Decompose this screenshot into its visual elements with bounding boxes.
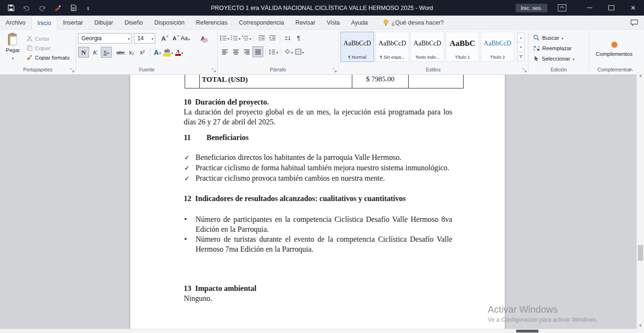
document-button[interactable]	[69, 4, 78, 12]
document-table-row[interactable]: TOTAL (USD) $ 7985.00	[185, 75, 464, 88]
align-right-button[interactable]	[242, 47, 251, 57]
text-effects-button[interactable]: A	[152, 47, 162, 57]
format-painter-button[interactable]: Copiar formato	[27, 53, 70, 61]
maximize-button[interactable]	[600, 0, 622, 16]
table-cell[interactable]	[409, 75, 463, 88]
draw-pen-button[interactable]	[54, 4, 62, 12]
heading-10[interactable]: 10 Duración del proyecto.	[184, 97, 452, 107]
tab-insertar[interactable]: Insertar	[57, 16, 89, 29]
horizontal-scrollbar[interactable]	[0, 329, 637, 333]
paragraph-ninguno[interactable]: Ninguno.	[184, 293, 452, 303]
scroll-down-button[interactable]	[637, 322, 644, 329]
clear-formatting-button[interactable]: A	[198, 34, 208, 44]
customize-qat-button[interactable]	[85, 4, 91, 12]
borders-button[interactable]	[295, 47, 304, 57]
align-center-button[interactable]	[231, 47, 241, 57]
subscript-button[interactable]: x₂	[126, 47, 136, 57]
list-item[interactable]: Practicar ciclismo provoca también cambi…	[184, 173, 452, 184]
heading-11[interactable]: 11 Beneficiarios	[184, 132, 452, 142]
sort-button[interactable]	[283, 33, 293, 43]
select-button[interactable]: Seleccionar	[533, 54, 574, 62]
style-normal[interactable]: AaBbCcD ¶ Normal	[340, 32, 374, 62]
chevron-down-icon	[227, 35, 229, 42]
collapse-ribbon-button[interactable]	[628, 68, 634, 72]
styles-more-button[interactable]	[517, 52, 525, 61]
list-item[interactable]: Practicar ciclismo de forma habitual tam…	[184, 163, 452, 173]
paragraph-duracion[interactable]: La duración del proyecto global es de un…	[184, 107, 452, 127]
tab-vista[interactable]: Vista	[321, 16, 346, 29]
ribbon-display-options-button[interactable]	[558, 4, 566, 11]
table-cell-total-amount[interactable]: $ 7985.00	[352, 75, 409, 88]
redo-button[interactable]	[38, 4, 46, 12]
font-color-button[interactable]: A	[174, 47, 184, 57]
table-cell-total-label[interactable]: TOTAL (USD)	[200, 75, 352, 88]
list-item[interactable]: Beneficiarios directos los habitantes de…	[184, 152, 452, 163]
decrease-indent-button[interactable]	[257, 33, 267, 43]
heading-12[interactable]: 12 Indicadores de resultados alcanzados:…	[184, 193, 452, 203]
font-name-select[interactable]: Georgia	[78, 33, 132, 44]
dialog-launcher-icon[interactable]	[211, 68, 216, 73]
tab-disposicion[interactable]: Disposición	[149, 16, 190, 29]
document-page[interactable]: TOTAL (USD) $ 7985.00 10 Duración del pr…	[130, 75, 505, 329]
dialog-launcher-icon[interactable]	[332, 68, 337, 73]
save-button[interactable]	[7, 4, 15, 12]
chevron-down-icon	[302, 48, 304, 55]
tell-me-box[interactable]: ¿Qué desea hacer?	[378, 16, 449, 29]
vertical-scroll-thumb[interactable]	[638, 245, 643, 261]
copy-icon	[27, 45, 33, 51]
table-cell[interactable]	[185, 75, 200, 88]
strikethrough-button[interactable]: abc	[116, 47, 125, 57]
copy-button[interactable]: Copiar	[27, 44, 70, 52]
feedback-button[interactable]	[630, 16, 638, 29]
style-titulo-2[interactable]: AaBbCcD Título 2	[481, 32, 514, 62]
tab-correspondencia[interactable]: Correspondencia	[233, 16, 289, 29]
addins-button[interactable]: Complementos	[596, 41, 632, 57]
align-left-button[interactable]	[220, 47, 230, 57]
undo-button[interactable]	[22, 4, 31, 12]
tab-inicio[interactable]: Inicio	[31, 16, 57, 30]
vertical-scrollbar[interactable]	[636, 72, 644, 329]
close-button[interactable]	[622, 0, 644, 16]
line-spacing-button[interactable]	[268, 47, 278, 57]
multilevel-list-button[interactable]	[242, 33, 251, 43]
dialog-launcher-icon[interactable]	[70, 68, 75, 73]
tab-diseno[interactable]: Diseño	[119, 16, 149, 29]
tab-revisar[interactable]: Revisar	[290, 16, 321, 29]
change-case-button[interactable]: Aa	[180, 34, 190, 44]
paste-button[interactable]: Pegar	[2, 31, 24, 66]
style-sin-espaciado[interactable]: AaBbCcD ¶ Sin espa...	[376, 32, 409, 62]
grow-font-button[interactable]: A	[159, 34, 169, 44]
dialog-launcher-icon[interactable]	[522, 68, 527, 73]
style-texto-independiente[interactable]: AaBbCcD Texto inde...	[411, 32, 444, 62]
minimize-button[interactable]	[579, 0, 600, 16]
italic-button[interactable]: K	[90, 47, 100, 57]
show-marks-button[interactable]: ¶	[294, 33, 304, 43]
justify-button[interactable]	[252, 46, 263, 57]
replace-button[interactable]: Reemplazar	[533, 44, 574, 52]
highlight-color-button[interactable]: ab	[163, 47, 173, 57]
list-item[interactable]: Número de turistas durante el evento de …	[184, 234, 452, 254]
shading-button[interactable]	[284, 47, 294, 57]
numbering-button[interactable]	[231, 33, 241, 43]
superscript-button[interactable]: x²	[137, 47, 147, 57]
bullets-button[interactable]	[220, 33, 230, 43]
find-button[interactable]: Buscar	[533, 34, 574, 42]
tab-archivo[interactable]: Archivo	[0, 16, 31, 29]
shrink-font-button[interactable]: A	[170, 34, 179, 44]
scroll-up-button[interactable]	[637, 72, 644, 79]
font-size-select[interactable]: 14	[134, 33, 155, 44]
tab-ayuda[interactable]: Ayuda	[346, 16, 374, 29]
list-item[interactable]: Número de participantes en la competenci…	[184, 214, 452, 234]
style-titulo-1[interactable]: AaBbC Título 1	[446, 32, 479, 62]
chevron-down-icon	[159, 49, 161, 56]
heading-13[interactable]: 13 Impacto ambiental	[184, 283, 452, 293]
styles-scroll-up-button[interactable]	[517, 33, 525, 43]
tab-referencias[interactable]: Referencias	[190, 16, 233, 29]
horizontal-scroll-thumb[interactable]	[516, 330, 538, 333]
tab-dibujar[interactable]: Dibujar	[89, 16, 119, 29]
bold-button[interactable]: N	[78, 47, 89, 58]
underline-button[interactable]: S	[101, 47, 112, 58]
increase-indent-button[interactable]	[268, 33, 277, 43]
styles-scroll-down-button[interactable]	[517, 42, 525, 52]
cut-button[interactable]: Cortar	[27, 35, 70, 43]
